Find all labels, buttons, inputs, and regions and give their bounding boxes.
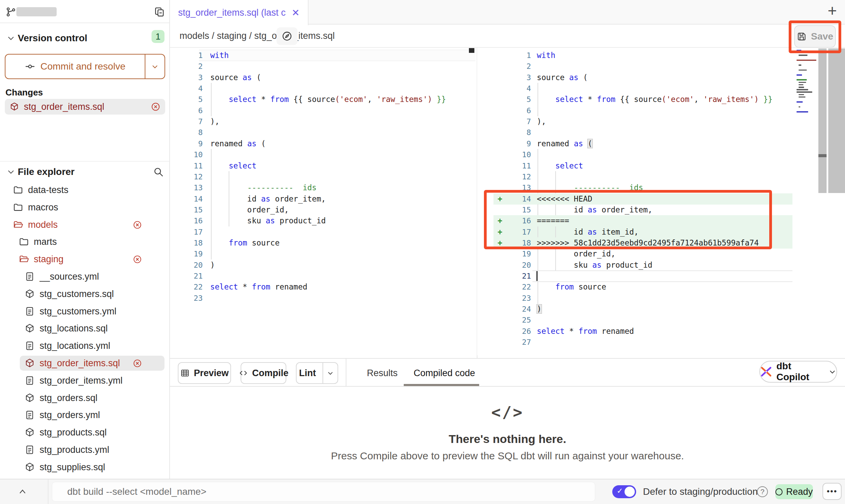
file-item-data-tests[interactable]: data-tests: [0, 182, 169, 198]
file-item-stg-locations-yml[interactable]: stg_locations.yml: [0, 338, 169, 354]
defer-toggle[interactable]: ✓: [612, 485, 636, 498]
editor-scrollbar-thumb[interactable]: [818, 154, 827, 157]
code-line-26[interactable]: 26select * from renamed: [477, 326, 796, 337]
file-item-stg-customers-yml[interactable]: stg_customers.yml: [0, 303, 169, 319]
collapse-chevron-icon[interactable]: [18, 487, 27, 496]
discard-change-icon[interactable]: [133, 255, 142, 264]
code-line-14[interactable]: 14 id as order_item,: [170, 193, 477, 205]
code-line-1[interactable]: 1with: [170, 50, 477, 61]
file-item-stg-products-sql[interactable]: stg_products.sql: [0, 425, 169, 440]
minimap[interactable]: [796, 50, 817, 121]
code-line-2[interactable]: 2: [477, 61, 796, 72]
code-line-11[interactable]: 11 select: [170, 160, 477, 172]
tab-close-icon[interactable]: ✕: [292, 7, 300, 18]
dbt-command-input[interactable]: [52, 482, 595, 502]
code-line-9[interactable]: 9renamed as (: [170, 138, 477, 149]
copy-icon[interactable]: [154, 6, 165, 18]
discard-change-icon[interactable]: [133, 359, 142, 368]
code-line-8[interactable]: 8: [477, 127, 796, 138]
code-line-21[interactable]: 21: [170, 270, 477, 282]
compile-button[interactable]: Compile: [241, 362, 286, 384]
code-line-19[interactable]: 19 order_id,: [477, 248, 796, 260]
code-line-2[interactable]: 2: [170, 61, 477, 72]
code-line-3[interactable]: 3source as (: [170, 72, 477, 83]
file-item-marts[interactable]: marts: [0, 234, 169, 250]
code-line-22[interactable]: 22 from source: [477, 281, 796, 293]
code-line-12[interactable]: 12: [477, 171, 796, 182]
code-line-27[interactable]: 27: [477, 337, 796, 348]
file-item-stg-order-items-yml[interactable]: stg_order_items.yml: [0, 373, 169, 388]
code-line-4[interactable]: 4: [170, 83, 477, 94]
file-item-macros[interactable]: macros: [0, 199, 169, 215]
preview-button[interactable]: Preview: [178, 362, 231, 384]
tab-compiled-code[interactable]: Compiled code: [414, 362, 475, 384]
code-line-15[interactable]: 15 id as order_item,: [477, 204, 796, 216]
code-line-14[interactable]: +14<<<<<<< HEAD: [477, 193, 796, 205]
changed-file-row[interactable]: stg_order_items.sql: [5, 99, 165, 115]
branch-name-redacted[interactable]: [16, 7, 57, 16]
code-line-13[interactable]: 13 ---------- ids: [170, 182, 477, 193]
file-item-staging[interactable]: staging: [0, 251, 169, 267]
save-button[interactable]: Save: [794, 25, 836, 48]
file-item--sources-yml[interactable]: __sources.yml: [0, 269, 169, 284]
lineage-compass-icon[interactable]: [276, 27, 298, 45]
code-line-17[interactable]: 17: [170, 226, 477, 238]
code-line-18[interactable]: 18 from source: [170, 237, 477, 249]
code-line-6[interactable]: 6: [477, 105, 796, 116]
code-line-22[interactable]: 22select * from renamed: [170, 281, 477, 293]
file-explorer-section-header[interactable]: File explorer: [0, 161, 169, 182]
code-line-5[interactable]: 5 select * from {{ source('ecom', 'raw_i…: [477, 94, 796, 105]
discard-change-icon[interactable]: [133, 220, 142, 229]
code-line-15[interactable]: 15 order_id,: [170, 204, 477, 216]
file-item-stg-supplies-sql[interactable]: stg_supplies.sql: [0, 459, 169, 475]
code-line-12[interactable]: 12: [170, 171, 477, 182]
lint-options-caret[interactable]: [323, 363, 338, 383]
file-item-stg-products-yml[interactable]: stg_products.yml: [0, 442, 169, 458]
code-line-1[interactable]: 1with: [477, 50, 796, 61]
code-line-7[interactable]: 7),: [477, 116, 796, 127]
code-line-4[interactable]: 4: [477, 83, 796, 94]
file-item-stg-locations-sql[interactable]: stg_locations.sql: [0, 321, 169, 336]
file-item-stg-customers-sql[interactable]: stg_customers.sql: [0, 286, 169, 302]
search-icon[interactable]: [153, 166, 164, 177]
code-line-13[interactable]: 13 ---------- ids: [477, 182, 796, 193]
code-line-10[interactable]: 10: [170, 149, 477, 160]
code-line-10[interactable]: 10: [477, 149, 796, 160]
commit-and-resolve-button[interactable]: Commit and resolve: [5, 54, 165, 79]
tab-stg-order-items[interactable]: stg_order_items.sql (last c... ✕: [170, 0, 309, 25]
discard-change-icon[interactable]: [151, 102, 160, 112]
code-line-7[interactable]: 7),: [170, 116, 477, 127]
file-item-stg-order-items-sql[interactable]: stg_order_items.sql: [0, 355, 169, 371]
lint-button[interactable]: Lint: [296, 362, 338, 384]
editor-scrollbar[interactable]: [818, 48, 827, 193]
code-line-17[interactable]: +17 id as item_id,: [477, 226, 796, 238]
more-options-button[interactable]: •••: [822, 483, 842, 500]
commit-options-caret[interactable]: [145, 55, 164, 78]
code-editor-current[interactable]: 1with23source as (45 select * from {{ so…: [477, 48, 796, 355]
left-pane-scrollbar-thumb[interactable]: [469, 48, 474, 53]
code-line-16[interactable]: 16 sku as product_id: [170, 215, 477, 226]
tab-results[interactable]: Results: [367, 362, 398, 384]
help-icon[interactable]: ?: [757, 486, 768, 497]
code-line-25[interactable]: 25: [477, 314, 796, 326]
code-line-21[interactable]: 21: [477, 270, 796, 282]
code-editor-last-commit[interactable]: 1with23source as (45 select * from {{ so…: [170, 48, 477, 355]
file-item-models[interactable]: models: [0, 217, 169, 233]
code-line-5[interactable]: 5 select * from {{ source('ecom', 'raw_i…: [170, 94, 477, 105]
dbt-copilot-button[interactable]: dbt Copilot: [759, 361, 837, 383]
code-line-20[interactable]: 20 sku as product_id: [477, 260, 796, 271]
code-line-16[interactable]: +16=======: [477, 215, 796, 226]
code-line-23[interactable]: 23: [170, 293, 477, 304]
code-line-20[interactable]: 20): [170, 260, 477, 271]
code-line-3[interactable]: 3source as (: [477, 72, 796, 83]
code-line-6[interactable]: 6: [170, 105, 477, 116]
version-control-section-header[interactable]: Version control 1: [0, 27, 169, 49]
code-line-19[interactable]: 19: [170, 248, 477, 260]
code-line-11[interactable]: 11 select: [477, 160, 796, 172]
new-tab-icon[interactable]: +: [828, 3, 837, 18]
code-line-23[interactable]: 23: [477, 293, 796, 304]
window-scrollbar[interactable]: [828, 48, 845, 193]
code-line-24[interactable]: 24): [477, 303, 796, 315]
code-line-9[interactable]: 9renamed as (: [477, 138, 796, 149]
code-line-18[interactable]: +18>>>>>>> 58c1dd23d5eebd9cd2495fa7124ab…: [477, 237, 796, 249]
